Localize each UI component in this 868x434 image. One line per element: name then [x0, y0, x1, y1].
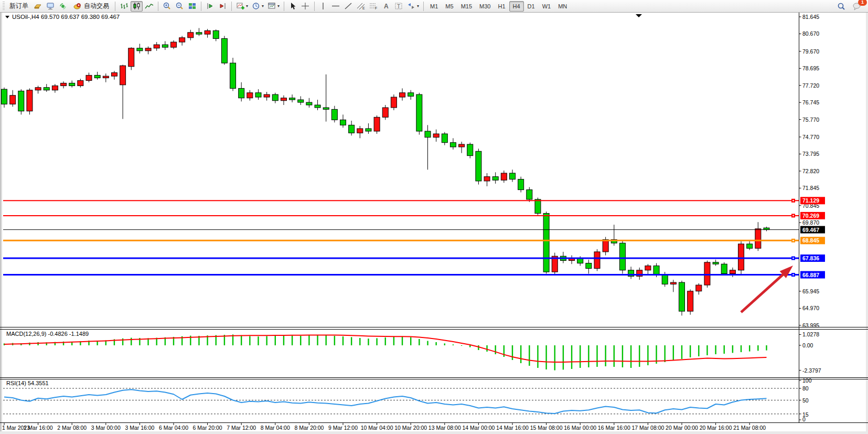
timeframe-m5-button[interactable]: M5 [442, 1, 457, 12]
time-axis-label: 20 Mar 00:00 [666, 425, 698, 431]
shapes-button[interactable]: ▾ [405, 1, 421, 12]
notification-badge[interactable]: 1 [858, 0, 867, 6]
bar-chart-button[interactable] [118, 1, 130, 12]
candle-body [408, 93, 414, 97]
zoom-in-icon [163, 2, 172, 10]
price-axis-label: 74.770 [802, 134, 819, 140]
candles-layer [2, 28, 770, 315]
macd-histogram-bar [673, 345, 674, 361]
candle-body [527, 190, 532, 199]
macd-histogram-bar [529, 345, 530, 366]
zoom-out-button[interactable] [174, 1, 186, 12]
toolbar-separator [231, 2, 232, 11]
macd-histogram-bar [741, 345, 742, 352]
trendline-button[interactable] [342, 1, 355, 12]
crosshair-button[interactable] [299, 1, 312, 12]
candle-body [247, 93, 253, 98]
chart-canvas[interactable]: 81.64580.67079.67078.69577.72076.74575.7… [0, 13, 868, 434]
candle-body [306, 102, 312, 105]
candle-body [205, 30, 210, 34]
candle-body [679, 282, 685, 311]
macd-histogram-bar [605, 345, 606, 366]
candle-body [518, 179, 524, 190]
candle-body [86, 75, 92, 80]
candle-body [374, 117, 380, 131]
time-axis-label: 21 Mar 08:00 [733, 425, 766, 431]
channel-icon: E [357, 2, 366, 10]
tile-windows-button[interactable] [186, 1, 198, 12]
rsi-pane: RSI(14) 54.35511008050150 [3, 377, 812, 422]
macd-histogram-bar [715, 345, 716, 354]
timeframe-h1-button[interactable]: H1 [494, 1, 509, 12]
candle-body [35, 88, 41, 90]
text-button[interactable]: A [380, 1, 392, 12]
auto-scroll-button[interactable] [217, 1, 229, 12]
channel-button[interactable]: E [355, 1, 367, 12]
new-order-button[interactable]: 新订单 [6, 1, 31, 12]
zoom-in-button[interactable] [161, 1, 173, 12]
time-axis-label: 8 Mar 20:00 [294, 425, 324, 431]
trend-arrow[interactable] [741, 273, 785, 312]
add-indicator-button[interactable]: ▾ [234, 1, 250, 12]
time-axis[interactable]: 1 Mar 20231 Mar 16:002 Mar 08:003 Mar 00… [2, 423, 766, 431]
timeframe-m15-button[interactable]: M15 [457, 1, 476, 12]
candle-body [290, 98, 295, 100]
macd-histogram-bar [469, 345, 470, 347]
time-axis-label: 15 Mar 08:00 [530, 425, 563, 431]
macd-histogram-bar [596, 345, 597, 367]
timeframe-d1-button[interactable]: D1 [524, 1, 539, 12]
text-label-button[interactable]: T [393, 1, 405, 12]
cursor-icon [288, 2, 297, 10]
chart-shift-button[interactable] [204, 1, 216, 12]
auto-trading-button[interactable]: 自动交易 [70, 1, 112, 12]
macd-histogram-bar [393, 337, 394, 345]
fibonacci-button[interactable]: F [368, 1, 380, 12]
zoom-out-icon [175, 2, 184, 10]
trendline-icon [344, 2, 353, 10]
search-button[interactable] [835, 1, 848, 12]
macd-histogram-bar [376, 338, 377, 345]
candle-body [747, 244, 753, 248]
shapes-icon [407, 2, 416, 10]
price-axis-label: 63.995 [802, 322, 819, 329]
time-axis-label: 1 Mar 16:00 [24, 425, 53, 431]
period-clock-button[interactable]: ▾ [250, 1, 265, 12]
candle-body [713, 262, 719, 264]
gold-icon [34, 2, 42, 10]
horizontal-line-button[interactable] [330, 1, 342, 12]
timeframe-h4-button[interactable]: H4 [509, 1, 524, 12]
candle-body [459, 144, 465, 147]
timeframe-m30-button[interactable]: M30 [476, 1, 494, 12]
macd-histogram-bar [486, 345, 487, 352]
macd-histogram-bar [131, 338, 132, 345]
candle-body [221, 38, 227, 63]
cursor-button[interactable] [287, 1, 299, 12]
macd-histogram-bar [435, 342, 436, 345]
macd-histogram-bar [402, 336, 403, 345]
time-axis-label: 13 Mar 08:00 [428, 425, 461, 431]
candle-body [492, 177, 498, 181]
vertical-line-button[interactable] [317, 1, 329, 12]
macd-histogram-bar [334, 336, 335, 345]
chart-template-button[interactable]: ▾ [266, 1, 281, 12]
timeframe-m1-button[interactable]: M1 [426, 1, 442, 12]
candle-body [357, 129, 363, 133]
candle-body [264, 94, 270, 97]
terminal-button[interactable] [45, 1, 57, 12]
time-axis-label: 10 Mar 04:00 [361, 425, 393, 431]
timeframe-mn-button[interactable]: MN [554, 1, 571, 12]
time-axis-label: 8 Mar 04:00 [261, 425, 290, 431]
broadcast-button[interactable] [57, 1, 69, 12]
timeframe-w1-button[interactable]: W1 [539, 1, 555, 12]
chart-shift-marker[interactable] [636, 14, 642, 17]
line-chart-button[interactable] [143, 1, 155, 12]
macd-histogram-bar [639, 345, 640, 367]
window-right-edge [866, 13, 868, 434]
candlestick-chart-button[interactable] [131, 1, 143, 12]
symbol-dropdown-icon[interactable] [5, 16, 9, 18]
candle-body [442, 134, 447, 143]
gold-button[interactable] [32, 1, 44, 12]
candle-body [145, 48, 151, 51]
macd-histogram-bar [698, 345, 699, 356]
macd-axis-label: 0.00 [802, 342, 813, 348]
